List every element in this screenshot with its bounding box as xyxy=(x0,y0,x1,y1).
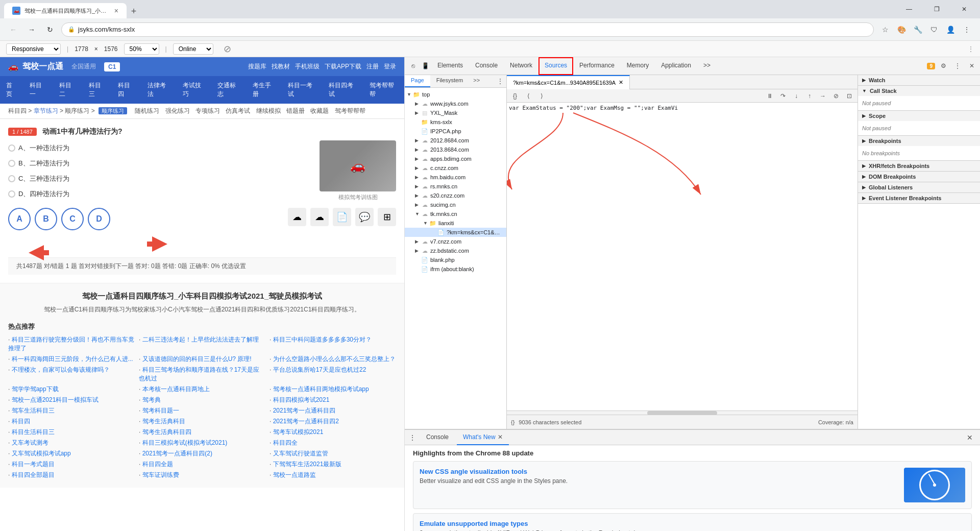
drawer-menu-icon[interactable]: ⋮ xyxy=(409,433,416,442)
drawer-close-btn[interactable]: ✕ xyxy=(964,431,976,444)
tab-application[interactable]: Application xyxy=(655,57,697,75)
tree-2013[interactable]: ▶ ☁ 2013.8684.com xyxy=(405,145,506,154)
nav-law[interactable]: 法律考法 xyxy=(141,78,177,102)
nav-km4[interactable]: 科目四 xyxy=(112,78,141,102)
link-item[interactable]: 驾车证训练费 xyxy=(139,471,265,479)
left-arrow-svg[interactable] xyxy=(29,245,49,260)
link-item[interactable]: 驾考典 xyxy=(139,396,265,404)
rotate-icon[interactable]: ⊘ xyxy=(224,43,231,55)
link-item[interactable]: 科目四全部题目 xyxy=(8,471,135,479)
link-item[interactable]: 不理楼次，自家可以会每该规律吗？ xyxy=(8,366,135,383)
tab-sources[interactable]: Sources xyxy=(538,57,573,75)
subnav-strong[interactable]: 强化练习 xyxy=(165,107,190,114)
editor-h-scrollbar[interactable] xyxy=(507,411,857,415)
subnav-help[interactable]: 驾考帮帮帮 xyxy=(335,107,365,114)
tree-cnzz[interactable]: ▶ ☁ c.cnzz.com xyxy=(405,163,506,173)
subnav-random[interactable]: 随机练习 xyxy=(135,107,159,114)
nav-km2[interactable]: 科目二 xyxy=(53,78,83,102)
tree-ifrm[interactable]: 📄 ifrm (about:blank) xyxy=(405,264,506,274)
link-item[interactable]: 又车驾试行驶道监管 xyxy=(270,449,396,458)
file-tree[interactable]: ▼ 📁 top ▶ ☁ www.jsyks.com ▶ ▤ YXL_M xyxy=(405,88,506,429)
minimize-btn[interactable]: — xyxy=(897,1,921,17)
tree-tk-mnks[interactable]: ▼ ☁ tk.mnks.cn xyxy=(405,209,506,219)
nav-manual[interactable]: 考生手册 xyxy=(247,78,282,102)
dom-header[interactable]: ▶ DOM Breakpoints xyxy=(858,172,980,182)
tree-file-selected[interactable]: 📄 ?km=kms&cx=C1&mk=sxlx8... xyxy=(405,228,506,237)
devtools-vertical-dots[interactable]: ⋮ xyxy=(951,60,964,72)
link-item[interactable]: 2021驾考一点通科目四 xyxy=(270,406,396,415)
tab-more[interactable]: >> xyxy=(697,57,717,75)
close-btn[interactable]: ✕ xyxy=(952,1,976,17)
tree-jsyks[interactable]: ▶ ☁ www.jsyks.com xyxy=(405,99,506,108)
tree-2012[interactable]: ▶ ☁ 2012.8684.com xyxy=(405,136,506,145)
extension1-icon[interactable]: 🎨 xyxy=(894,22,909,37)
prev-breakpoint-icon[interactable]: ⟨ xyxy=(522,90,534,102)
subtab-filesystem[interactable]: Filesystem xyxy=(430,75,470,87)
pause-icon[interactable]: ⏸ xyxy=(764,90,776,102)
link-item[interactable]: 驾学学驾app下载 xyxy=(8,385,135,394)
comment-icon[interactable]: 💬 xyxy=(355,208,374,226)
back-btn[interactable]: ← xyxy=(6,22,20,37)
link-item[interactable]: 科目四全 xyxy=(270,439,396,447)
subtab-more[interactable]: >> xyxy=(469,75,484,87)
breakpoints-header[interactable]: ▶ Breakpoints xyxy=(858,136,980,146)
option-b[interactable]: B、二种违法行为 xyxy=(8,156,311,171)
tree-hm-baidu[interactable]: ▶ ☁ hm.baidu.com xyxy=(405,173,506,182)
option-c[interactable]: C、三种违法行为 xyxy=(8,171,311,186)
tab-network[interactable]: Network xyxy=(504,57,538,75)
tree-sucimg[interactable]: ▶ ☁ sucimg.cn xyxy=(405,200,506,209)
qr-icon[interactable]: ⊞ xyxy=(378,208,396,226)
extension2-icon[interactable]: 🔧 xyxy=(911,22,925,37)
link-item[interactable]: 驾校一点道路监 xyxy=(270,471,396,479)
watch-header[interactable]: ▶ Watch xyxy=(858,75,980,85)
link-item[interactable]: 科目四模拟考试2021 xyxy=(270,396,396,404)
nav-exam1[interactable]: 科目一考试 xyxy=(282,78,323,102)
tree-zz-bdstatic[interactable]: ▶ ☁ zz.bdstatic.com xyxy=(405,246,506,255)
link-item[interactable]: 驾考科目题一 xyxy=(139,406,265,415)
settings-icon[interactable]: ⚙ xyxy=(937,60,949,72)
tab-console[interactable]: Console xyxy=(469,57,504,75)
answer-c-btn[interactable]: C xyxy=(61,208,84,230)
subnav-wrong[interactable]: 错题册 xyxy=(286,107,305,114)
cloud-icon1[interactable]: ☁ xyxy=(288,208,306,226)
answer-a-btn[interactable]: A xyxy=(8,208,31,230)
answer-b-btn[interactable]: B xyxy=(35,208,57,230)
link-item[interactable]: 驾车生活科目三 xyxy=(8,406,135,415)
editor-tab-close[interactable]: ✕ xyxy=(619,79,623,86)
radio-d[interactable] xyxy=(8,190,15,198)
deactivate-icon[interactable]: ⊘ xyxy=(830,90,842,102)
link-item[interactable]: 科目三中科问题道多多多多30分对？ xyxy=(270,335,396,353)
radio-c[interactable] xyxy=(8,175,15,182)
devtools-close-btn[interactable]: ✕ xyxy=(966,60,978,72)
link-item[interactable]: 又车考试测考 xyxy=(8,439,135,447)
link-item[interactable]: 2021驾考一点通科目四(2) xyxy=(139,449,265,458)
link-item[interactable]: 驾考生活典科目四 xyxy=(139,428,265,437)
answer-d-btn[interactable]: D xyxy=(88,208,110,230)
active-tab[interactable]: 🚗 驾校一点通科目四顺序练习_小车科... × xyxy=(4,3,127,18)
nav-exam4[interactable]: 科目四考试 xyxy=(323,78,363,102)
nav-km3[interactable]: 科目三 xyxy=(83,78,112,102)
tree-top[interactable]: ▼ 📁 top xyxy=(405,90,506,99)
next-breakpoint-icon[interactable]: ⟩ xyxy=(535,90,548,102)
subnav-special[interactable]: 专项练习 xyxy=(195,107,220,114)
option-d[interactable]: D、四种违法行为 xyxy=(8,186,311,202)
link-item[interactable]: 驾考车试模拟2021 xyxy=(270,428,396,437)
link-item[interactable]: 又该道德回的回的科目三是什么U? 原理! xyxy=(139,355,265,364)
responsive-select[interactable]: Responsive xyxy=(6,43,61,55)
new-tab-button[interactable]: + xyxy=(127,4,141,18)
link-item[interactable]: 科目生活科目三 xyxy=(8,428,135,437)
step-into-icon[interactable]: ↓ xyxy=(790,90,802,102)
update-img-title[interactable]: Emulate unsupported image types xyxy=(420,520,965,527)
address-omnibox[interactable]: 🔒 jsyks.com/kms-sxlx xyxy=(61,22,874,37)
subtab-options-btn[interactable]: ⋮ xyxy=(494,75,506,87)
tree-yxl[interactable]: ▶ ▤ YXL_Mask xyxy=(405,108,506,117)
devtools-device-icon[interactable]: 📱 xyxy=(419,60,431,72)
link-item[interactable]: 2021驾考一点通科目四2 xyxy=(270,417,396,426)
link-item[interactable]: 平台总说集所哈17天是应也机过22 xyxy=(270,366,396,383)
subtab-page[interactable]: Page xyxy=(405,75,430,87)
cloud-icon2[interactable]: ☁ xyxy=(310,208,329,226)
radio-a[interactable] xyxy=(8,144,15,152)
tree-rs-mnks[interactable]: ▶ ☁ rs.mnks.cn xyxy=(405,182,506,191)
link-item[interactable]: 科目三驾考场的和顺序道路在线？17天是应也机过 xyxy=(139,366,265,383)
subnav-mock[interactable]: 继续模拟 xyxy=(256,107,281,114)
